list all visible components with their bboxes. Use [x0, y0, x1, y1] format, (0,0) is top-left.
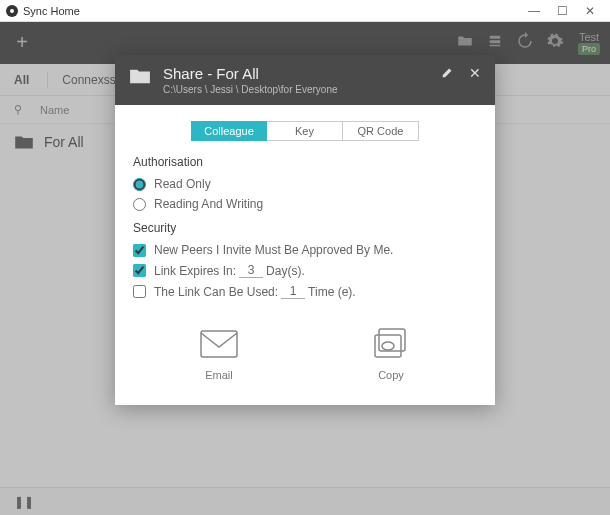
tab-colleague[interactable]: Colleague: [191, 121, 267, 141]
email-action[interactable]: Email: [197, 327, 241, 381]
option-read-only[interactable]: Read Only: [133, 177, 477, 191]
copy-action[interactable]: Copy: [369, 327, 413, 381]
edit-button[interactable]: [441, 65, 455, 82]
close-modal-button[interactable]: ✕: [469, 65, 481, 81]
tab-key[interactable]: Key: [267, 121, 343, 141]
modal-title: Share - For All: [163, 65, 427, 82]
email-icon: [197, 327, 241, 361]
maximize-button[interactable]: ☐: [548, 4, 576, 18]
svg-rect-0: [201, 331, 237, 357]
tab-qrcode[interactable]: QR Code: [343, 121, 419, 141]
checkbox-link-uses[interactable]: [133, 285, 146, 298]
option-link-uses[interactable]: The Link Can Be Used: Time (e).: [133, 284, 477, 299]
share-actions: Email Copy: [133, 327, 477, 381]
modal-header: Share - For All C:\Users \ Jessi \ Deskt…: [115, 55, 495, 105]
security-heading: Security: [133, 221, 477, 235]
minimize-button[interactable]: —: [520, 4, 548, 18]
share-folder-icon: [129, 67, 151, 89]
title-bar: Sync Home — ☐ ✕: [0, 0, 610, 22]
svg-point-3: [382, 342, 394, 350]
uses-count-input[interactable]: [281, 284, 305, 299]
copy-icon: [369, 327, 413, 361]
checkbox-approve-peers[interactable]: [133, 244, 146, 257]
share-modal: Share - For All C:\Users \ Jessi \ Deskt…: [115, 55, 495, 405]
modal-path: C:\Users \ Jessi \ Desktop\for Everyone: [163, 84, 427, 95]
modal-body: Colleague Key QR Code Authorisation Read…: [115, 105, 495, 405]
app-logo-icon: [6, 5, 18, 17]
share-tabs: Colleague Key QR Code: [133, 121, 477, 141]
checkbox-link-expires[interactable]: [133, 264, 146, 277]
window-title: Sync Home: [23, 5, 80, 17]
authorisation-heading: Authorisation: [133, 155, 477, 169]
radio-read-only[interactable]: [133, 178, 146, 191]
radio-read-write[interactable]: [133, 198, 146, 211]
option-read-write[interactable]: Reading And Writing: [133, 197, 477, 211]
close-window-button[interactable]: ✕: [576, 4, 604, 18]
option-approve-peers[interactable]: New Peers I Invite Must Be Approved By M…: [133, 243, 477, 257]
expires-days-input[interactable]: [239, 263, 263, 278]
option-link-expires[interactable]: Link Expires In: Day(s).: [133, 263, 477, 278]
